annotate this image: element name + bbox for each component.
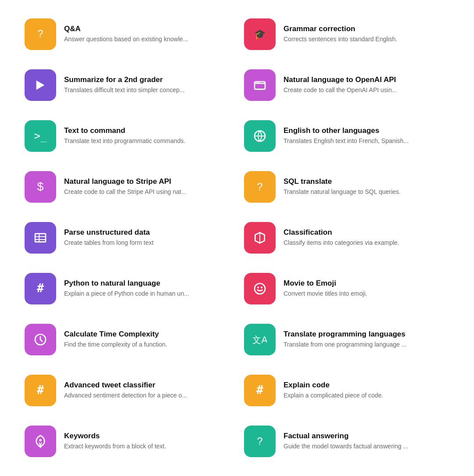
title-sql-translate: SQL translate [284,177,449,186]
svg-rect-3 [255,82,265,89]
text-qa: Q&AAnswer questions based on existing kn… [64,25,230,44]
svg-text:?: ? [37,28,43,39]
icon-qa: ? [25,18,56,50]
svg-text:#: # [37,282,44,295]
svg-marker-2 [36,80,45,89]
svg-text:?: ? [257,435,262,447]
desc-text-to-command: Translate text into programmatic command… [64,137,230,146]
icon-english-to-other-languages [244,120,276,152]
desc-advanced-tweet-classifier: Advanced sentiment detection for a piece… [64,391,230,400]
desc-parse-unstructured-data: Create tables from long form text [64,239,230,247]
item-calculate-time-complexity[interactable]: Calculate Time ComplexityFind the time c… [18,314,237,365]
title-natural-language-stripe: Natural language to Stripe API [64,177,230,186]
text-explain-code: Explain codeExplain a complicated piece … [284,381,449,400]
desc-python-to-natural-language: Explain a piece of Python code in human … [64,290,230,298]
item-movie-to-emoji[interactable]: Movie to EmojiConvert movie titles into … [237,263,456,314]
item-product-name-generator[interactable]: Product name generatorCreate product nam… [237,467,456,476]
icon-python-to-natural-language: # [25,273,56,304]
text-keywords: KeywordsExtract keywords from a block of… [64,432,230,451]
item-grammar-correction[interactable]: 🎓Grammar correctionCorrects sentences in… [237,9,456,60]
icon-advanced-tweet-classifier: # [25,375,56,406]
icon-translate-programming-languages: 文A [244,324,276,355]
svg-point-17 [261,286,262,288]
svg-text:?: ? [257,181,262,193]
text-parse-unstructured-data: Parse unstructured dataCreate tables fro… [64,228,230,247]
item-english-to-other-languages[interactable]: English to other languagesTranslates Eng… [237,111,456,161]
desc-summarize-2nd-grader: Translates difficult text into simpler c… [64,86,230,95]
item-natural-language-stripe[interactable]: $Natural language to Stripe APICreate co… [18,161,237,212]
title-grammar-correction: Grammar correction [284,25,449,33]
item-advanced-tweet-classifier[interactable]: #Advanced tweet classifierAdvanced senti… [18,365,237,416]
svg-point-4 [256,82,258,83]
svg-point-15 [255,283,265,294]
icon-grammar-correction: 🎓 [244,18,276,50]
text-translate-programming-languages: Translate programming languagesTranslate… [284,330,449,349]
item-summarize-2nd-grader[interactable]: Summarize for a 2nd graderTranslates dif… [18,60,237,111]
icon-summarize-2nd-grader [25,69,56,101]
item-keywords[interactable]: KeywordsExtract keywords from a block of… [18,416,237,467]
text-advanced-tweet-classifier: Advanced tweet classifierAdvanced sentim… [64,381,230,400]
desc-grammar-correction: Corrects sentences into standard English… [284,35,449,44]
icon-calculate-time-complexity [25,324,56,355]
icon-text-to-command: >_ [25,120,56,152]
desc-translate-programming-languages: Translate from one programming language … [284,340,449,349]
item-natural-language-openai[interactable]: Natural language to OpenAI APICreate cod… [237,60,456,111]
desc-movie-to-emoji: Convert movie titles into emoji. [284,290,449,298]
text-summarize-2nd-grader: Summarize for a 2nd graderTranslates dif… [64,75,230,95]
item-parse-unstructured-data[interactable]: Parse unstructured dataCreate tables fro… [18,212,237,263]
item-python-to-natural-language[interactable]: #Python to natural languageExplain a pie… [18,263,237,314]
item-qa[interactable]: ?Q&AAnswer questions based on existing k… [18,9,237,60]
title-explain-code: Explain code [284,381,449,390]
items-grid: ?Q&AAnswer questions based on existing k… [18,9,456,476]
title-english-to-other-languages: English to other languages [284,126,449,135]
icon-classification [244,222,276,254]
title-python-to-natural-language: Python to natural language [64,279,230,288]
svg-point-16 [257,286,259,288]
title-keywords: Keywords [64,432,230,440]
svg-point-5 [258,82,259,83]
icon-movie-to-emoji [244,273,276,304]
icon-sql-translate: ? [244,171,276,203]
item-sql-translate[interactable]: ?SQL translateTranslate natural language… [237,161,456,212]
item-explain-code[interactable]: #Explain codeExplain a complicated piece… [237,365,456,416]
desc-keywords: Extract keywords from a block of text. [64,442,230,451]
text-grammar-correction: Grammar correctionCorrects sentences int… [284,25,449,44]
title-translate-programming-languages: Translate programming languages [284,330,449,339]
text-calculate-time-complexity: Calculate Time ComplexityFind the time c… [64,330,230,349]
desc-classification: Classify items into categories via examp… [284,239,449,247]
item-factual-answering[interactable]: ?Factual answeringGuide the model toward… [237,416,456,467]
text-text-to-command: Text to commandTranslate text into progr… [64,126,230,146]
desc-explain-code: Explain a complicated piece of code. [284,391,449,400]
title-qa: Q&A [64,25,230,33]
item-text-to-command[interactable]: >_Text to commandTranslate text into pro… [18,111,237,161]
svg-text:$: $ [37,180,44,193]
title-natural-language-openai: Natural language to OpenAI API [284,75,449,84]
title-classification: Classification [284,228,449,237]
icon-keywords [25,426,56,457]
text-factual-answering: Factual answeringGuide the model towards… [284,432,449,451]
svg-text:#: # [256,383,263,397]
icon-explain-code: # [244,375,276,406]
icon-factual-answering: ? [244,426,276,457]
svg-text:#: # [37,383,44,397]
text-movie-to-emoji: Movie to EmojiConvert movie titles into … [284,279,449,298]
item-translate-programming-languages[interactable]: 文ATranslate programming languagesTransla… [237,314,456,365]
title-parse-unstructured-data: Parse unstructured data [64,228,230,237]
title-factual-answering: Factual answering [284,432,449,440]
desc-factual-answering: Guide the model towards factual answerin… [284,442,449,451]
icon-natural-language-stripe: $ [25,171,56,203]
desc-sql-translate: Translate natural language to SQL querie… [284,188,449,197]
desc-natural-language-openai: Create code to call the OpenAI API usin.… [284,86,449,95]
icon-natural-language-openai [244,69,276,101]
text-sql-translate: SQL translateTranslate natural language … [284,177,449,197]
text-natural-language-stripe: Natural language to Stripe APICreate cod… [64,177,230,197]
svg-rect-10 [35,234,46,242]
title-summarize-2nd-grader: Summarize for a 2nd grader [64,75,230,84]
desc-english-to-other-languages: Translates English text into French, Spa… [284,137,449,146]
item-ad-from-product-description[interactable]: Ad from product descriptionTurn a produc… [18,467,237,476]
desc-natural-language-stripe: Create code to call the Stripe API using… [64,188,230,197]
item-classification[interactable]: ClassificationClassify items into catego… [237,212,456,263]
svg-text:🎓: 🎓 [254,29,266,40]
text-natural-language-openai: Natural language to OpenAI APICreate cod… [284,75,449,95]
svg-text:>_: >_ [34,130,47,142]
